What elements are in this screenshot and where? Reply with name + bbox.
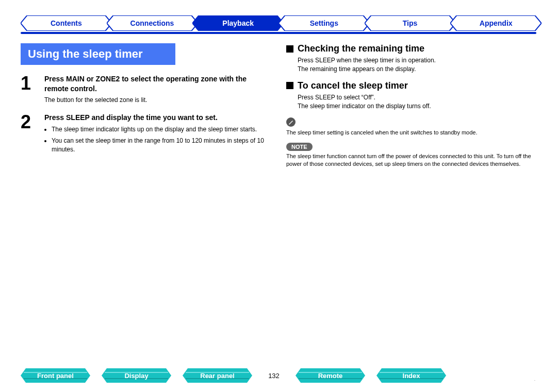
page-mark: . (534, 377, 535, 382)
top-nav: Contents Connections Playback Settings T… (21, 15, 536, 31)
tab-label: Connections (130, 19, 174, 27)
tab-tips[interactable]: Tips (365, 15, 456, 31)
left-column: Using the sleep timer 1 Press MAIN or ZO… (21, 43, 271, 168)
right-column: Checking the remaining time Press SLEEP … (286, 43, 536, 168)
step-subtext: The button for the selected zone is lit. (44, 96, 271, 105)
square-bullet-icon (286, 82, 293, 89)
section-title: Using the sleep timer (21, 43, 175, 65)
step-number: 1 (21, 74, 44, 93)
step-number: 2 (21, 113, 44, 131)
step-2: 2 Press SLEEP and display the time you w… (21, 113, 271, 157)
bottom-link-label: Rear panel (200, 372, 234, 380)
note-badge: NOTE (286, 143, 313, 151)
bottom-link-index[interactable]: Index (376, 368, 446, 383)
bottom-link-label: Remote (318, 372, 343, 380)
note-text: The sleep timer function cannot turn off… (286, 152, 536, 168)
tab-connections[interactable]: Connections (107, 15, 198, 31)
bottom-link-display[interactable]: Display (102, 368, 171, 383)
tab-label: Playback (222, 19, 254, 27)
tab-label: Settings (310, 19, 338, 27)
step-bullets: The sleep timer indicator lights up on t… (44, 125, 271, 154)
step-heading: Press MAIN or ZONE2 to select the operat… (44, 74, 271, 94)
tab-label: Tips (403, 19, 418, 27)
bottom-link-label: Index (403, 372, 420, 380)
bottom-link-label: Display (124, 372, 148, 380)
bullet-item: You can set the sleep timer in the range… (52, 137, 271, 155)
top-nav-rule (21, 32, 536, 34)
pencil-note-icon (286, 117, 296, 127)
bottom-nav: Front panel Display Rear panel 132 (21, 368, 536, 383)
step-1: 1 Press MAIN or ZONE2 to select the oper… (21, 74, 271, 105)
page-number: 132 (264, 372, 284, 380)
subsection-title: Checking the remaining time (298, 43, 424, 54)
tab-settings[interactable]: Settings (278, 15, 370, 31)
bottom-link-front-panel[interactable]: Front panel (21, 368, 90, 383)
tab-label: Appendix (480, 19, 513, 27)
step-heading: Press SLEEP and display the time you wan… (44, 113, 271, 123)
subsection-cancel: To cancel the sleep timer (286, 80, 536, 91)
tab-label: Contents (51, 19, 82, 27)
bottom-link-rear-panel[interactable]: Rear panel (183, 368, 252, 383)
tab-appendix[interactable]: Appendix (450, 15, 542, 31)
subsection-body: Press SLEEP to select “Off”. The sleep t… (298, 93, 536, 111)
square-bullet-icon (286, 45, 293, 53)
bottom-link-label: Front panel (37, 372, 74, 380)
tab-contents[interactable]: Contents (21, 15, 112, 31)
tab-playback[interactable]: Playback (192, 15, 284, 31)
bottom-link-remote[interactable]: Remote (296, 368, 365, 383)
bullet-item: The sleep timer indicator lights up on t… (52, 125, 271, 134)
subsection-title: To cancel the sleep timer (298, 80, 408, 91)
subsection-checking: Checking the remaining time (286, 43, 536, 54)
pencil-note-text: The sleep timer setting is canceled when… (286, 129, 536, 137)
subsection-body: Press SLEEP when the sleep timer is in o… (298, 56, 536, 74)
